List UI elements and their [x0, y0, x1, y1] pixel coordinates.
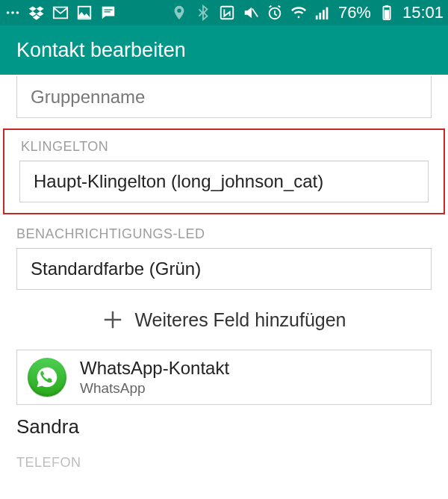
contact-name: Sandra [0, 405, 448, 438]
group-name-placeholder: Gruppenname [31, 87, 145, 108]
svg-rect-4 [105, 9, 113, 10]
plus-icon [102, 309, 124, 331]
more-notifications-icon [4, 4, 21, 21]
svg-rect-5 [105, 11, 111, 12]
group-name-input[interactable]: Gruppenname [16, 76, 432, 118]
message-icon [100, 4, 116, 21]
ringtone-select[interactable]: Haupt-Klingelton (long_johnson_cat) [19, 161, 429, 202]
mail-icon [52, 4, 69, 21]
whatsapp-contact-card[interactable]: WhatsApp-Kontakt WhatsApp [16, 350, 432, 405]
status-clock: 15:01 [402, 3, 444, 22]
status-bar: 76% 15:01 [0, 0, 448, 25]
led-value: Standardfarbe (Grün) [31, 258, 201, 279]
wifi-icon [290, 4, 307, 21]
whatsapp-title: WhatsApp-Kontakt [80, 358, 229, 379]
svg-rect-11 [323, 10, 325, 19]
content: Gruppenname KLINGELTON Haupt-Klingelton … [0, 76, 448, 471]
whatsapp-icon [28, 358, 66, 397]
bluetooth-icon [195, 4, 211, 21]
svg-point-2 [16, 11, 19, 14]
svg-rect-14 [385, 5, 388, 7]
location-icon [171, 4, 187, 21]
led-label: BENACHRICHTIGUNGS-LED [0, 214, 448, 248]
svg-point-0 [7, 11, 10, 14]
svg-point-1 [11, 11, 14, 14]
ringtone-label: KLINGELTON [19, 134, 429, 161]
add-field-label: Weiteres Feld hinzufügen [134, 309, 346, 331]
signal-icon [314, 4, 331, 21]
dropbox-icon [28, 4, 45, 21]
whatsapp-text: WhatsApp-Kontakt WhatsApp [80, 358, 229, 397]
svg-rect-6 [221, 7, 234, 19]
mute-icon [243, 4, 259, 21]
nfc-icon [219, 4, 235, 21]
ringtone-section-highlight: KLINGELTON Haupt-Klingelton (long_johnso… [3, 128, 445, 214]
svg-rect-9 [316, 16, 318, 19]
svg-rect-12 [326, 7, 328, 20]
image-icon [76, 4, 93, 21]
svg-rect-10 [319, 13, 321, 19]
alarm-icon [267, 4, 283, 21]
status-left-icons [4, 4, 116, 21]
page-title: Kontakt bearbeiten [16, 39, 186, 62]
ringtone-value: Haupt-Klingelton (long_johnson_cat) [34, 171, 323, 192]
whatsapp-subtitle: WhatsApp [80, 380, 229, 397]
add-field-button[interactable]: Weiteres Feld hinzufügen [0, 290, 448, 350]
status-right-icons: 76% 15:01 [171, 3, 444, 22]
phone-section-label: TELEFON [0, 438, 448, 471]
svg-rect-15 [385, 10, 389, 19]
battery-icon [379, 4, 395, 21]
led-select[interactable]: Standardfarbe (Grün) [16, 248, 432, 290]
battery-percent: 76% [338, 3, 371, 22]
svg-line-7 [252, 9, 258, 17]
action-bar: Kontakt bearbeiten [0, 25, 448, 75]
